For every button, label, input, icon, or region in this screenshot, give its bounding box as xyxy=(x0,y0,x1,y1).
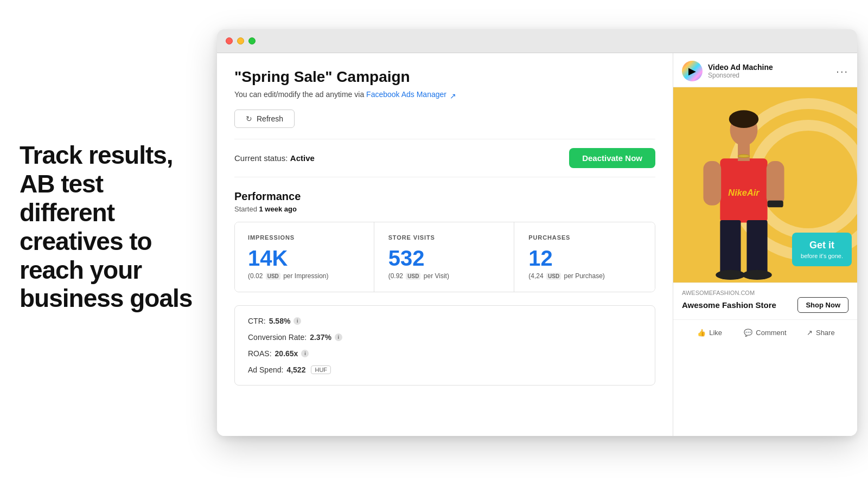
svg-rect-7 xyxy=(720,220,741,277)
share-icon: ↗ xyxy=(807,329,813,337)
impressions-sub: (0.02 USD per Impression) xyxy=(248,272,361,280)
ad-sponsored-label: Sponsored xyxy=(708,72,773,79)
refresh-icon: ↻ xyxy=(246,114,252,123)
main-panel: "Spring Sale" Campaign You can edit/modi… xyxy=(217,53,673,436)
refresh-button[interactable]: ↻ Refresh xyxy=(234,110,295,128)
comment-icon: 💬 xyxy=(744,329,752,337)
maximize-button[interactable] xyxy=(248,37,256,44)
left-panel: Track results, AB test different creativ… xyxy=(20,141,204,313)
window-content: "Spring Sale" Campaign You can edit/modi… xyxy=(217,53,857,436)
ad-header: ▶ Video Ad Machine Sponsored ··· xyxy=(673,53,857,87)
ad-spend-row: Ad Spend: 4,522 HUF xyxy=(248,365,642,374)
svg-point-11 xyxy=(738,155,750,157)
conversion-rate-row: Conversion Rate: 2.37% i xyxy=(248,333,642,342)
svg-rect-5 xyxy=(767,161,784,206)
ad-options-button[interactable]: ··· xyxy=(836,65,848,78)
close-button[interactable] xyxy=(226,37,233,44)
svg-rect-4 xyxy=(703,161,721,206)
shop-now-button[interactable]: Shop Now xyxy=(797,297,848,313)
ad-brand: ▶ Video Ad Machine Sponsored xyxy=(682,61,773,81)
roas-row: ROAS: 20.65x i xyxy=(248,349,642,358)
ad-image: NikeAir xyxy=(673,87,857,282)
performance-section: Performance Started 1 week ago IMPRESSIO… xyxy=(234,190,655,386)
svg-point-9 xyxy=(716,270,745,280)
share-button[interactable]: ↗ Share xyxy=(793,325,848,340)
status-row: Current status: Active Deactivate Now xyxy=(234,139,655,177)
facebook-ads-manager-link[interactable]: Facebook Ads Manager ↗ xyxy=(366,90,456,99)
ad-brand-name: Video Ad Machine xyxy=(708,63,773,72)
ad-store-name: Awesome Fashion Store xyxy=(682,300,776,310)
like-icon: 👍 xyxy=(697,329,706,337)
minimize-button[interactable] xyxy=(237,37,244,44)
purchases-card: PURCHASES 12 (4,24 USD per Purchase) xyxy=(515,222,655,292)
deactivate-button[interactable]: Deactivate Now xyxy=(569,148,655,168)
store-visits-sub: (0.92 USD per Visit) xyxy=(388,272,501,280)
campaign-subtitle: You can edit/modify the ad anytime via F… xyxy=(234,90,655,99)
purchases-sub: (4,24 USD per Purchase) xyxy=(528,272,642,280)
comment-button[interactable]: 💬 Comment xyxy=(737,325,793,340)
external-link-icon: ↗ xyxy=(450,92,456,98)
svg-text:NikeAir: NikeAir xyxy=(728,188,760,197)
store-visits-card: STORE VISITS 532 (0.92 USD per Visit) xyxy=(375,222,515,292)
ad-url: AWESOMEFASHION.COM xyxy=(682,290,848,296)
ad-panel: ▶ Video Ad Machine Sponsored ··· xyxy=(673,53,857,436)
browser-window: "Spring Sale" Campaign You can edit/modi… xyxy=(217,29,857,436)
traffic-lights xyxy=(226,37,256,44)
ctr-row: CTR: 5.58% i xyxy=(248,317,642,325)
extra-stats: CTR: 5.58% i Conversion Rate: 2.37% i RO… xyxy=(234,305,655,386)
person-figure: NikeAir xyxy=(690,104,798,282)
svg-point-1 xyxy=(729,110,759,128)
ad-store-row: Awesome Fashion Store Shop Now xyxy=(682,297,848,313)
metrics-grid: IMPRESSIONS 14K (0.02 USD per Impression… xyxy=(234,222,655,292)
svg-rect-12 xyxy=(768,201,783,208)
svg-point-10 xyxy=(742,270,772,280)
conversion-info-icon: i xyxy=(335,333,342,341)
ad-actions: 👍 Like 💬 Comment ↗ Share xyxy=(673,319,857,345)
left-headline: Track results, AB test different creativ… xyxy=(20,141,204,313)
campaign-title: "Spring Sale" Campaign xyxy=(234,68,655,86)
cta-box: Get it before it's gone. xyxy=(792,233,852,266)
like-button[interactable]: 👍 Like xyxy=(682,325,737,340)
roas-info-icon: i xyxy=(301,350,309,357)
performance-subtitle: Started 1 week ago xyxy=(234,205,655,213)
title-bar xyxy=(217,29,857,53)
svg-rect-6 xyxy=(738,144,750,161)
performance-title: Performance xyxy=(234,190,655,203)
svg-rect-8 xyxy=(746,220,767,277)
ctr-info-icon: i xyxy=(293,317,301,325)
ad-footer: AWESOMEFASHION.COM Awesome Fashion Store… xyxy=(673,282,857,319)
impressions-card: IMPRESSIONS 14K (0.02 USD per Impression… xyxy=(235,222,374,292)
status-display: Current status: Active xyxy=(234,153,315,163)
ad-logo-icon: ▶ xyxy=(682,61,703,81)
